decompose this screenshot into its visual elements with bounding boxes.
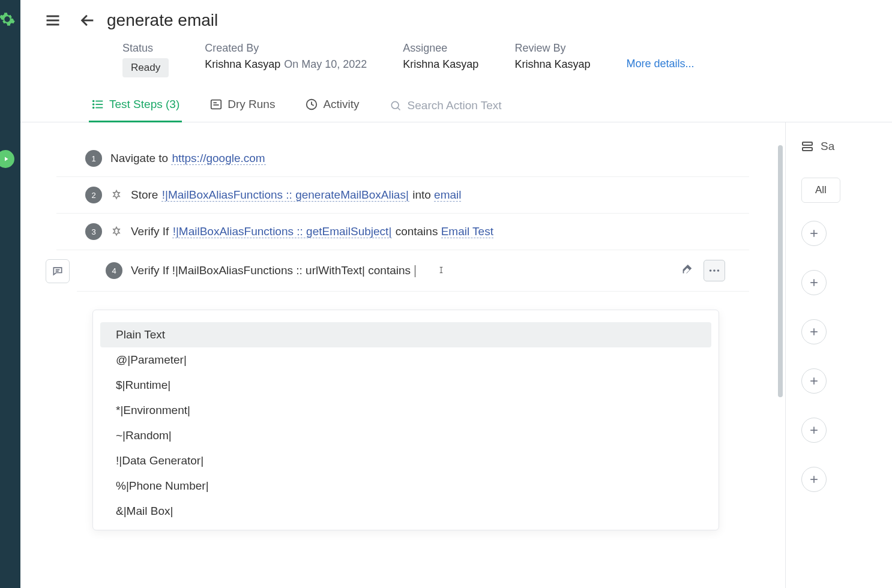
dropdown-item[interactable]: ~|Random| [100, 423, 711, 448]
svg-point-14 [391, 101, 399, 109]
add-button[interactable] [801, 319, 827, 344]
review-by-label: Review By [514, 42, 590, 55]
search-icon [390, 100, 402, 112]
tab-activity[interactable]: Activity [305, 89, 359, 122]
test-step-row[interactable]: 1 Navigate to https://google.com [56, 140, 749, 177]
tab-label: Test Steps (3) [109, 98, 179, 111]
more-options-button[interactable] [704, 260, 725, 281]
svg-point-21 [710, 269, 712, 272]
dropdown-item[interactable]: *|Environment| [100, 398, 711, 423]
tab-test-steps[interactable]: Test Steps (3) [91, 89, 179, 122]
status-label: Status [122, 42, 169, 55]
assignee-value: Krishna Kasyap [403, 58, 478, 71]
step-value[interactable]: Email Test [441, 225, 493, 238]
play-button[interactable] [0, 150, 14, 168]
text-cursor [415, 265, 415, 277]
step-text: Navigate to https://google.com [110, 152, 725, 165]
add-button[interactable] [801, 368, 827, 394]
save-row[interactable]: Sa [800, 139, 892, 154]
svg-point-8 [93, 104, 94, 105]
menu-icon[interactable] [44, 12, 61, 29]
test-step-row[interactable]: 3 Verify If !|MailBoxAliasFunctions :: g… [56, 214, 749, 250]
dropdown-item[interactable]: &|Mail Box| [100, 499, 711, 524]
dropdown-item[interactable]: %|Phone Number| [100, 473, 711, 499]
search-block [390, 99, 552, 112]
scrollbar[interactable] [778, 145, 783, 397]
svg-point-7 [93, 101, 94, 102]
step-function[interactable]: !|MailBoxAliasFunctions :: getEmailSubje… [172, 225, 393, 238]
page-title: generate email [107, 11, 218, 30]
meta-bar: Status Ready Created By Krishna KasyapOn… [20, 36, 892, 89]
step-number: 2 [85, 187, 102, 203]
addon-icon [110, 189, 122, 201]
review-by-value: Krishna Kasyap [514, 58, 590, 71]
dropdown-item[interactable]: $|Runtime| [100, 373, 711, 398]
step-number: 3 [85, 223, 102, 240]
step-type-indicator[interactable] [46, 259, 70, 283]
addon-icon [110, 226, 122, 238]
add-button[interactable] [801, 467, 827, 492]
test-step-row[interactable]: 2 Store !|MailBoxAliasFunctions :: gener… [56, 177, 749, 214]
assignee-label: Assignee [403, 42, 478, 55]
dropdown-item[interactable]: !|Data Generator| [100, 448, 711, 473]
svg-point-22 [713, 269, 716, 272]
tab-label: Activity [323, 98, 359, 111]
search-input[interactable] [408, 99, 552, 112]
step-text-editor[interactable]: Verify If !|MailBoxAliasFunctions :: url… [131, 264, 667, 277]
created-by-value: Krishna KasyapOn May 10, 2022 [205, 58, 367, 71]
step-number: 1 [85, 150, 102, 167]
right-panel: Sa All [785, 122, 892, 588]
autocomplete-dropdown: Plain Text @|Parameter| $|Runtime| *|Env… [92, 310, 719, 530]
tab-label: Dry Runs [228, 98, 275, 111]
back-icon[interactable] [79, 12, 96, 29]
dropdown-item[interactable]: Plain Text [100, 322, 711, 347]
svg-rect-24 [803, 142, 812, 145]
svg-point-9 [93, 107, 94, 109]
add-button[interactable] [801, 418, 827, 443]
created-by-label: Created By [205, 42, 367, 55]
tabs-row: Test Steps (3) Dry Runs Activity [20, 89, 892, 122]
test-step-row-active[interactable]: 4 Verify If !|MailBoxAliasFunctions :: u… [77, 250, 749, 292]
tab-dry-runs[interactable]: Dry Runs [209, 89, 275, 122]
text-caret-icon [437, 264, 445, 277]
step-text: Store !|MailBoxAliasFunctions :: generat… [131, 188, 725, 202]
filter-all-chip[interactable]: All [801, 178, 840, 203]
steps-area: 1 Navigate to https://google.com 2 Store… [20, 122, 785, 588]
step-text: Verify If !|MailBoxAliasFunctions :: get… [131, 225, 725, 238]
svg-line-15 [397, 108, 400, 110]
status-badge[interactable]: Ready [122, 58, 169, 77]
more-details-link[interactable]: More details... [626, 42, 694, 70]
svg-point-23 [717, 269, 720, 272]
step-function[interactable]: !|MailBoxAliasFunctions :: generateMailB… [161, 188, 409, 202]
add-button[interactable] [801, 221, 827, 246]
chat-icon [52, 265, 64, 277]
topbar: generate email [20, 0, 892, 36]
layers-icon [800, 139, 815, 154]
gear-icon[interactable] [0, 11, 16, 28]
step-number: 4 [106, 262, 122, 279]
add-button[interactable] [801, 270, 827, 295]
svg-rect-25 [803, 148, 812, 151]
step-variable[interactable]: email [434, 188, 461, 202]
erase-button[interactable] [676, 260, 698, 281]
left-nav-rail [0, 0, 20, 588]
step-url[interactable]: https://google.com [171, 152, 265, 165]
dropdown-item[interactable]: @|Parameter| [100, 347, 711, 373]
